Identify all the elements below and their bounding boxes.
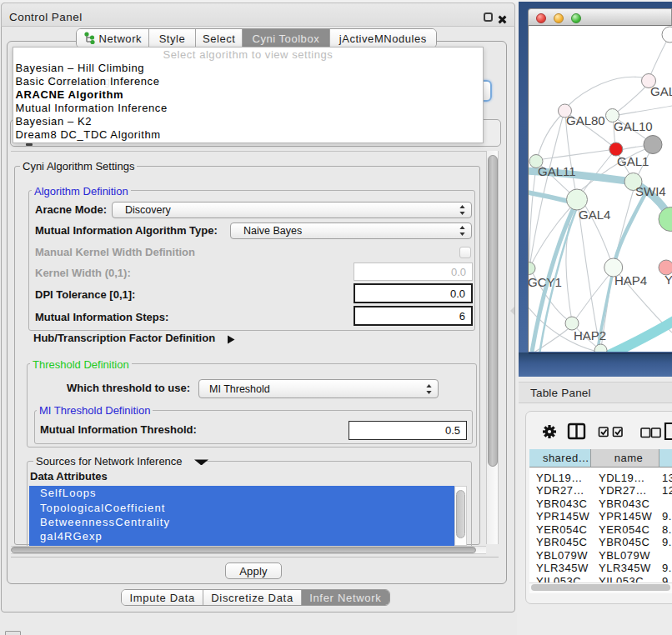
svg-text:GAL: GAL bbox=[650, 84, 672, 98]
svg-text:GAL1: GAL1 bbox=[617, 154, 649, 168]
svg-text:Y: Y bbox=[664, 272, 672, 287]
svg-text:GAL4: GAL4 bbox=[579, 208, 610, 222]
svg-text:GAL80: GAL80 bbox=[566, 113, 605, 128]
svg-text:GAL11: GAL11 bbox=[538, 164, 576, 178]
svg-text:GAL10: GAL10 bbox=[614, 119, 653, 133]
svg-text:HAP4: HAP4 bbox=[614, 273, 647, 288]
svg-text:HAP2: HAP2 bbox=[574, 328, 606, 342]
svg-text:GCY1: GCY1 bbox=[529, 275, 562, 289]
svg-text:SWI4: SWI4 bbox=[635, 184, 666, 198]
